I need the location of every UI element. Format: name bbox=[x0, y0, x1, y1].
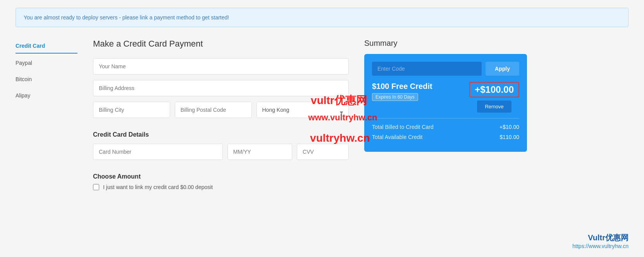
card-cvv-input[interactable] bbox=[297, 144, 349, 160]
sidebar-item-credit-card[interactable]: Credit Card bbox=[15, 39, 77, 54]
country-select[interactable]: Hong Kong United States United Kingdom S… bbox=[257, 102, 349, 118]
choose-amount-title: Choose Amount bbox=[93, 173, 349, 180]
card-number-group bbox=[93, 144, 223, 160]
payment-form: Make a Credit Card Payment Hong K bbox=[93, 39, 349, 190]
promo-row: Apply bbox=[372, 62, 519, 76]
city-row: Hong Kong United States United Kingdom S… bbox=[93, 102, 349, 123]
billing-postal-input[interactable] bbox=[175, 102, 252, 118]
credit-row: $100 Free Credit Expires In 60 Days +$10… bbox=[372, 82, 519, 113]
checkbox-label: I just want to link my credit card $0.00… bbox=[103, 184, 213, 190]
city-group bbox=[93, 102, 170, 118]
card-number-input[interactable] bbox=[93, 144, 223, 160]
promo-code-input[interactable] bbox=[372, 62, 482, 76]
credit-amount: +$100.00 bbox=[469, 82, 519, 97]
billing-address-input[interactable] bbox=[93, 80, 349, 96]
expires-badge: Expires In 60 Days bbox=[372, 93, 418, 101]
summary-divider bbox=[372, 118, 519, 118]
total-billed-row: Total Billed to Credit Card +$10.00 bbox=[372, 124, 519, 130]
billing-city-input[interactable] bbox=[93, 102, 170, 118]
summary-title: Summary bbox=[364, 39, 527, 48]
postal-group bbox=[175, 102, 252, 118]
sidebar-item-alipay[interactable]: Alipay bbox=[15, 89, 77, 102]
card-details-title: Credit Card Details bbox=[93, 131, 349, 138]
total-available-label: Total Available Credit bbox=[372, 134, 422, 140]
alert-banner: You are almost ready to deploy servers -… bbox=[15, 8, 629, 27]
summary-panel: Summary Apply $100 Free Credit Expires I… bbox=[364, 39, 527, 190]
card-expiry-input[interactable] bbox=[227, 144, 292, 160]
total-available-row: Total Available Credit $110.00 bbox=[372, 134, 519, 140]
checkbox-row: I just want to link my credit card $0.00… bbox=[93, 184, 349, 190]
remove-button[interactable]: Remove bbox=[477, 101, 511, 113]
alert-text: You are almost ready to deploy servers -… bbox=[24, 14, 229, 21]
credit-label: $100 Free Credit bbox=[372, 82, 432, 91]
name-group bbox=[93, 58, 349, 75]
address-group bbox=[93, 80, 349, 96]
summary-card: Apply $100 Free Credit Expires In 60 Day… bbox=[364, 54, 527, 152]
sidebar-item-bitcoin[interactable]: Bitcoin bbox=[15, 72, 77, 86]
card-details-row bbox=[93, 144, 349, 165]
form-title: Make a Credit Card Payment bbox=[93, 39, 349, 49]
card-expiry-group bbox=[227, 144, 292, 160]
total-available-amount: $110.00 bbox=[499, 134, 519, 140]
card-cvv-group bbox=[297, 144, 349, 160]
sidebar-item-paypal[interactable]: Paypal bbox=[15, 56, 77, 70]
total-billed-label: Total Billed to Credit Card bbox=[372, 124, 434, 130]
country-group: Hong Kong United States United Kingdom S… bbox=[257, 102, 349, 123]
total-billed-amount: +$10.00 bbox=[499, 124, 519, 130]
sidebar: Credit Card Paypal Bitcoin Alipay bbox=[15, 39, 77, 190]
apply-button[interactable]: Apply bbox=[486, 62, 519, 76]
your-name-input[interactable] bbox=[93, 58, 349, 75]
link-card-checkbox[interactable] bbox=[93, 184, 99, 190]
